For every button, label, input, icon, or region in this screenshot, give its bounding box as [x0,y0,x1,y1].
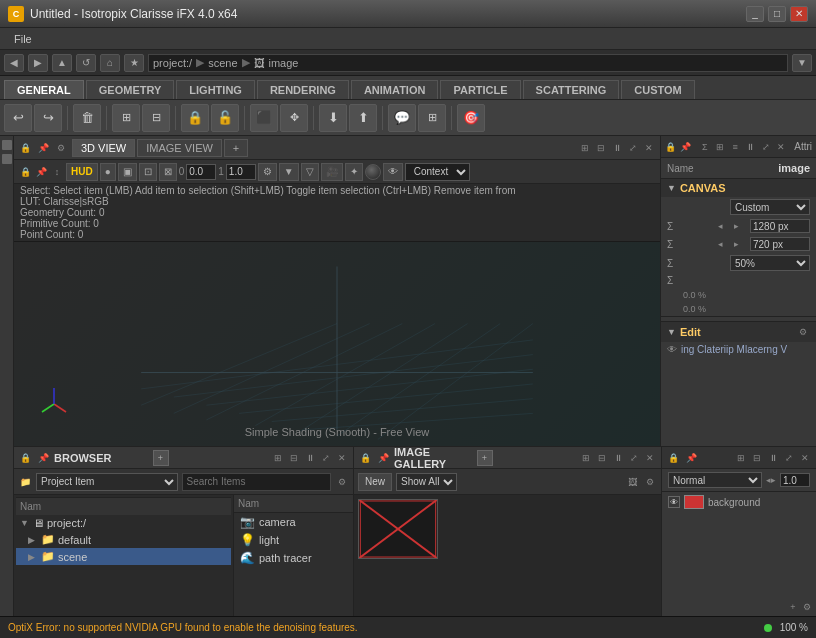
rpb-visibility-toggle[interactable]: 👁 [668,496,680,508]
box-button[interactable]: ⬛ [250,104,278,132]
gallery-grid-icon[interactable]: ⊞ [579,451,593,465]
canvas-preset-select[interactable]: Custom [730,199,810,215]
import-button[interactable]: ⬇ [319,104,347,132]
gallery-show-select[interactable]: Show All [396,473,457,491]
vp-grid-icon[interactable]: ⊞ [578,141,592,155]
address-path[interactable]: project:/ ▶ scene ▶ 🖼 image [148,54,788,72]
gallery-settings-icon[interactable]: ⚙ [643,475,657,489]
menu-file[interactable]: File [6,31,40,47]
vpt-lock[interactable]: 🔒 [18,165,32,179]
close-button[interactable]: ✕ [790,6,808,22]
view-btn-1[interactable]: ▣ [118,163,137,181]
rpb-add-icon[interactable]: + [786,600,800,614]
delete-button[interactable]: 🗑 [73,104,101,132]
nav-home[interactable]: ⌂ [100,54,120,72]
viewport-lock-icon[interactable]: 🔒 [18,141,32,155]
tab-custom[interactable]: CUSTOM [621,80,694,99]
tab-add[interactable]: + [224,139,248,157]
gallery-thumbnail[interactable] [358,499,438,559]
undo-button[interactable]: ↩ [4,104,32,132]
hierarchy-button[interactable]: ⊟ [142,104,170,132]
tab-animation[interactable]: ANIMATION [351,80,439,99]
gallery-image-icon[interactable]: 🖼 [625,475,639,489]
split-button[interactable]: ⊞ [418,104,446,132]
tab-rendering[interactable]: RENDERING [257,80,349,99]
item-path-tracer[interactable]: 🌊 path tracer [234,549,353,567]
transform-button[interactable]: ✥ [280,104,308,132]
tab-geometry[interactable]: GEOMETRY [86,80,175,99]
vp-close-icon[interactable]: ✕ [642,141,656,155]
strip-btn-1[interactable] [2,140,12,150]
hud-button[interactable]: HUD [66,163,98,181]
rp-expand-icon[interactable]: ⤢ [760,140,771,154]
vpt-pin[interactable]: 📌 [34,165,48,179]
tab-particle[interactable]: PARTICLE [440,80,520,99]
display-button[interactable]: ● [100,163,116,181]
tab-3d-view[interactable]: 3D VIEW [72,139,135,157]
rpb-grid-icon[interactable]: ⊞ [734,451,748,465]
gallery-add-button[interactable]: + [477,450,493,466]
rp-pause-icon[interactable]: ⏸ [745,140,756,154]
hud-value-input[interactable] [186,164,216,180]
tree-item-scene[interactable]: ▶ 📁 scene [16,548,231,565]
rpb-close-icon[interactable]: ✕ [798,451,812,465]
rpb-settings2-icon[interactable]: ⚙ [800,600,814,614]
browser-search-icon[interactable]: ⚙ [335,475,349,489]
unlock-button[interactable]: 🔓 [211,104,239,132]
canvas-width-input[interactable] [750,219,810,233]
gallery-expand-icon[interactable]: ⤢ [627,451,641,465]
rpb-split-icon[interactable]: ⊟ [750,451,764,465]
browser-lock-icon[interactable]: 🔒 [18,451,32,465]
tab-general[interactable]: GENERAL [4,80,84,99]
export-button[interactable]: ⬆ [349,104,377,132]
cam-btn[interactable]: 🎥 [321,163,343,181]
rpb-pause-icon[interactable]: ⏸ [766,451,780,465]
nav-bookmark[interactable]: ★ [124,54,144,72]
minimize-button[interactable]: _ [746,6,764,22]
lights-btn[interactable]: ✦ [345,163,363,181]
rp-close-icon[interactable]: ✕ [775,140,786,154]
gallery-pin-icon[interactable]: 📌 [376,451,390,465]
gallery-close-icon[interactable]: ✕ [643,451,657,465]
settings-btn[interactable]: ⚙ [258,163,277,181]
rp-pin-icon[interactable]: 📌 [680,140,691,154]
gallery-pause-icon[interactable]: ⏸ [611,451,625,465]
view-btn-2[interactable]: ⊡ [139,163,157,181]
viewport-canvas[interactable]: Simple Shading (Smooth) - Free View [14,242,660,446]
project-item-select[interactable]: Project Item [36,473,178,491]
nav-up[interactable]: ▲ [52,54,72,72]
nav-dropdown[interactable]: ▼ [792,54,812,72]
browser-split-icon[interactable]: ⊟ [287,451,301,465]
tab-scattering[interactable]: SCATTERING [523,80,620,99]
item-camera[interactable]: 📷 camera [234,513,353,531]
scale-value-input[interactable] [226,164,256,180]
rpb-blend-value[interactable] [780,473,810,487]
nav-back[interactable]: ◀ [4,54,24,72]
rp-edit-settings-icon[interactable]: ⚙ [796,325,810,339]
gallery-lock-icon[interactable]: 🔒 [358,451,372,465]
filter-btn[interactable]: ▼ [279,163,299,181]
filter-btn2[interactable]: ▽ [301,163,319,181]
lock-button[interactable]: 🔒 [181,104,209,132]
canvas-height-input[interactable] [750,237,810,251]
browser-close-icon[interactable]: ✕ [335,451,349,465]
canvas-zoom-select[interactable]: 50% [730,255,810,271]
vpt-arrow[interactable]: ↕ [50,165,64,179]
strip-btn-2[interactable] [2,154,12,164]
rp-table-icon[interactable]: ⊞ [714,140,725,154]
vp-split-icon[interactable]: ⊟ [594,141,608,155]
tree-item-default[interactable]: ▶ 📁 default [16,531,231,548]
search-input[interactable] [182,473,332,491]
rp-lock-icon[interactable]: 🔒 [665,140,676,154]
view-btn-3[interactable]: ⊠ [159,163,177,181]
browser-grid-icon[interactable]: ⊞ [271,451,285,465]
rpb-blend-select[interactable]: Normal [668,472,762,488]
eye-btn[interactable]: 👁 [383,163,403,181]
context-select[interactable]: Context [405,163,470,181]
comment-button[interactable]: 💬 [388,104,416,132]
browser-pause-icon[interactable]: ⏸ [303,451,317,465]
tab-image-view[interactable]: IMAGE VIEW [137,139,222,157]
rp-sigma-icon[interactable]: Σ [699,140,710,154]
rpb-color-swatch[interactable] [684,495,704,509]
nav-refresh[interactable]: ↺ [76,54,96,72]
